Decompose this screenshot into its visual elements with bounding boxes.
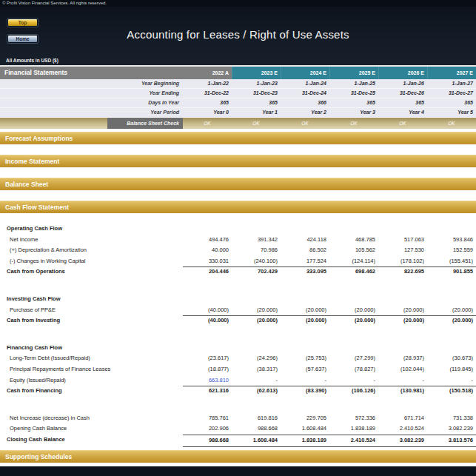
- period-cell-value: 1-Jan-25: [329, 79, 378, 88]
- cash-flow-cell-value: (78.827): [329, 364, 378, 375]
- period-cell-value: 31-Dec-26: [378, 89, 427, 98]
- cash-flow-row: Closing Cash Balance988.6681.608.4841.83…: [0, 435, 476, 446]
- units-note: All Amounts in USD ($): [6, 58, 58, 63]
- page-header: Top Home Accounting for Leases / Right o…: [0, 7, 476, 65]
- cash-flow-cell-value: 70.986: [232, 245, 281, 256]
- cash-flow-cell-value: [281, 224, 329, 235]
- cash-flow-cell-value: [329, 294, 378, 305]
- cash-flow-row: Purchase of PP&E(40.000)(20.000)(20.000)…: [0, 305, 476, 316]
- cash-flow-cell-value: (130.981): [378, 386, 427, 397]
- period-cell-value: Year 2: [281, 108, 329, 117]
- cash-flow-row: Cash from Investing(40.000)(20.000)(20.0…: [0, 315, 476, 326]
- period-cell-value: Year 0: [183, 108, 232, 117]
- cash-flow-cell-value: 822.695: [378, 267, 427, 278]
- section-bar-supporting-schedules[interactable]: Supporting Schedules: [0, 450, 476, 463]
- cash-flow-cell-value: (40.000): [183, 315, 232, 326]
- equity-input-cell[interactable]: 663.810: [183, 375, 232, 387]
- period-cell-value: 366: [281, 98, 329, 107]
- spacer: [0, 213, 476, 224]
- cash-flow-row: Cash from Financing621.316(62.613)(83.39…: [0, 386, 476, 397]
- financial-statements-header: Financial Statements 2022 A2023 E2024 E2…: [0, 67, 476, 79]
- cash-flow-cell-value: -: [427, 375, 476, 387]
- cash-flow-cell-value: (24.296): [232, 353, 281, 364]
- spacer: [0, 326, 476, 343]
- cash-flow-cell-value: (28.937): [378, 353, 427, 364]
- cash-flow-row-label: Financing Cash Flow: [0, 343, 183, 354]
- cash-flow-cell-value: 86.502: [281, 245, 329, 256]
- cash-flow-cell-value: 621.316: [183, 386, 232, 397]
- cash-flow-cell-value: (18.877): [183, 364, 232, 375]
- year-column-header: 2022 A: [183, 67, 232, 79]
- year-column-header: 2027 E: [427, 67, 476, 79]
- cash-flow-cell-value: (20.000): [232, 305, 281, 317]
- cash-flow-row-label: Cash from Operations: [0, 267, 183, 278]
- period-cell-value: Year 3: [329, 108, 378, 117]
- cash-flow-row-label: Cash from Financing: [0, 386, 183, 397]
- cash-flow-cell-value: 3.082.239: [427, 423, 476, 435]
- top-button[interactable]: Top: [7, 19, 38, 27]
- cash-flow-row-label: Net Increase (decrease) in Cash: [0, 413, 183, 424]
- period-cell-value: 1-Jan-24: [281, 79, 329, 88]
- cash-flow-cell-value: (20.000): [281, 315, 329, 326]
- cash-flow-cell-value: (20.000): [378, 305, 427, 317]
- balance-check-status: OK: [232, 118, 281, 129]
- cash-flow-cell-value: [329, 343, 378, 354]
- period-cell-value: 31-Dec-27: [427, 89, 476, 98]
- period-cell-value: 365: [427, 98, 476, 107]
- period-row: Year Beginning1-Jan-221-Jan-231-Jan-241-…: [0, 79, 476, 89]
- cash-flow-cell-value: (20.000): [281, 305, 329, 317]
- cash-flow-row: Operating Cash Flow: [0, 224, 476, 235]
- cash-flow-cell-value: 229.705: [281, 413, 329, 424]
- year-column-header: 2026 E: [378, 67, 427, 79]
- balance-check-status: OK: [281, 118, 329, 129]
- balance-check-status: OK: [427, 118, 476, 129]
- period-row-label: Year Beginning: [0, 79, 183, 88]
- cash-flow-cell-value: 494.476: [183, 235, 232, 246]
- period-info-table: Year Beginning1-Jan-221-Jan-231-Jan-241-…: [0, 79, 476, 118]
- cash-flow-row-label: Cash from Investing: [0, 315, 183, 326]
- period-cell-value: 365: [378, 98, 427, 107]
- cash-flow-cell-value: 2.410.524: [329, 435, 378, 447]
- cash-flow-row: Opening Cash Balance202.906988.6681.608.…: [0, 423, 476, 435]
- period-row-label: Year Ending: [0, 89, 183, 98]
- cash-flow-cell-value: (240.100): [232, 256, 281, 268]
- section-bar-income-statement[interactable]: Income Statement: [0, 155, 476, 167]
- cash-flow-cell-value: 1.838.189: [281, 435, 329, 447]
- cash-flow-cell-value: [378, 224, 427, 235]
- cash-flow-cell-value: (20.000): [232, 315, 281, 326]
- cash-flow-row: Cash from Operations204.446702.429333.09…: [0, 267, 476, 278]
- cash-flow-cell-value: 3.082.239: [378, 435, 427, 447]
- cash-flow-row: Equity (Issued/Repaid)663.810-----: [0, 375, 476, 386]
- cash-flow-cell-value: 2.410.524: [378, 423, 427, 435]
- cash-flow-cell-value: [183, 294, 232, 305]
- year-column-header: 2025 E: [329, 67, 378, 79]
- section-bar-balance-sheet[interactable]: Balance Sheet: [0, 178, 476, 190]
- cash-flow-cell-value: -: [281, 375, 329, 387]
- section-bar-cash-flow-statement[interactable]: Cash Flow Statement: [0, 201, 476, 213]
- cash-flow-row: Investing Cash Flow: [0, 294, 476, 305]
- cash-flow-cell-value: (119.845): [427, 364, 476, 375]
- cash-flow-cell-value: 702.429: [232, 267, 281, 278]
- cash-flow-cell-value: (155.451): [427, 256, 476, 268]
- cash-flow-cell-value: 785.761: [183, 413, 232, 424]
- cash-flow-cell-value: (40.000): [183, 305, 232, 317]
- cash-flow-cell-value: [427, 343, 476, 354]
- cash-flow-row-label: Opening Cash Balance: [0, 423, 183, 435]
- spacer: [0, 144, 476, 155]
- cash-flow-cell-value: (106.126): [329, 386, 378, 397]
- cash-flow-row-label: Principal Repayments of Finance Leases: [0, 364, 183, 375]
- cash-flow-row-label: Closing Cash Balance: [0, 435, 183, 447]
- cash-flow-cell-value: 671.714: [378, 413, 427, 424]
- cash-flow-cell-value: [378, 343, 427, 354]
- cash-flow-cell-value: 127.530: [378, 245, 427, 256]
- cash-flow-cell-value: [281, 294, 329, 305]
- cash-flow-cell-value: 105.562: [329, 245, 378, 256]
- cash-flow-cell-value: (20.000): [427, 315, 476, 326]
- section-bar-forecast-assumptions[interactable]: Forecast Assumptions: [0, 132, 476, 144]
- balance-check-status: OK: [329, 118, 378, 129]
- cash-flow-cell-value: (27.299): [329, 353, 378, 364]
- cash-flow-cell-value: 40.000: [183, 245, 232, 256]
- spacer: [0, 167, 476, 178]
- period-row: Year Ending31-Dec-2231-Dec-2331-Dec-2431…: [0, 89, 476, 98]
- page-footer: [0, 466, 476, 476]
